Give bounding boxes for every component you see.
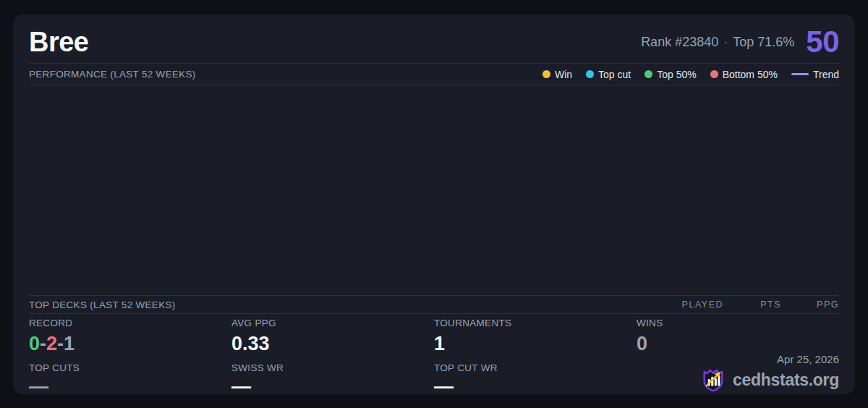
performance-title: PERFORMANCE (LAST 52 WEEKS) [29, 69, 196, 80]
legend-label: Bottom 50% [723, 69, 778, 80]
stat-label: WINS [637, 318, 839, 329]
stat-tournaments: TOURNAMENTS 1 [434, 318, 637, 357]
legend-item-bottom-50: Bottom 50% [710, 69, 778, 80]
rank-separator: · [723, 35, 728, 49]
card-date: Apr 25, 2026 [777, 353, 839, 365]
top-50-dot-icon [644, 70, 652, 78]
stat-label: RECORD [29, 318, 231, 329]
top-cut-wr-value: — [434, 375, 637, 397]
record-separator: - [57, 333, 64, 354]
win-dot-icon [542, 70, 550, 78]
stat-label: TOP CUTS [29, 362, 231, 374]
stats-column-1: RECORD 0-2-1 TOP CUTS — [29, 318, 231, 397]
rank-label: Rank #23840 [641, 35, 718, 49]
swiss-wr-value: — [231, 375, 434, 397]
stat-label: TOP CUT WR [434, 362, 637, 374]
stat-top-cut-wr: TOP CUT WR — [434, 362, 637, 397]
top-decks-section-header: TOP DECKS (LAST 52 WEEKS) PLAYED PTS PPG [29, 296, 839, 313]
record-draws: 1 [64, 333, 75, 354]
stat-label: AVG PPG [231, 318, 434, 329]
record-losses: 2 [46, 333, 57, 354]
column-header-played: PLAYED [665, 299, 723, 310]
page-title: Bree [29, 27, 89, 58]
card-header: Bree Rank #23840·Top 71.6% 50 [29, 23, 839, 61]
legend-label: Trend [813, 69, 839, 80]
header-right: Rank #23840·Top 71.6% 50 [641, 25, 839, 59]
stat-wins: WINS 0 [637, 318, 839, 357]
trend-line-icon [791, 73, 809, 75]
top-percent-label: Top 71.6% [733, 35, 794, 49]
legend-item-top-cut: Top cut [586, 69, 631, 80]
stat-record: RECORD 0-2-1 [29, 318, 231, 357]
stat-label: TOURNAMENTS [434, 318, 637, 329]
stat-avg-ppg: AVG PPG 0.33 [231, 318, 434, 357]
record-value: 0-2-1 [29, 331, 231, 357]
top-decks-title: TOP DECKS (LAST 52 WEEKS) [29, 299, 176, 310]
brand-name: cedhstats.org [733, 370, 839, 390]
top-cuts-value: — [29, 375, 231, 397]
bottom-50-dot-icon [710, 70, 718, 78]
column-header-ppg: PPG [781, 299, 839, 310]
stats-column-3: TOURNAMENTS 1 TOP CUT WR — [434, 318, 637, 397]
legend-item-top-50: Top 50% [644, 69, 696, 80]
player-stats-card: Bree Rank #23840·Top 71.6% 50 PERFORMANC… [13, 14, 855, 394]
column-header-pts: PTS [723, 299, 781, 310]
brand: cedhstats.org [699, 366, 839, 394]
cedhstats-shield-logo-icon [699, 366, 727, 394]
top-cut-dot-icon [586, 70, 594, 78]
performance-section-header: PERFORMANCE (LAST 52 WEEKS) Win Top cut … [29, 64, 839, 85]
legend-label: Top cut [598, 69, 631, 80]
chart-legend: Win Top cut Top 50% Bottom 50% Trend [542, 69, 839, 80]
legend-label: Win [555, 69, 572, 80]
record-wins: 0 [29, 333, 40, 354]
stats-column-2: AVG PPG 0.33 SWISS WR — [231, 318, 434, 397]
stat-top-cuts: TOP CUTS — [29, 362, 231, 397]
top-decks-column-headers: PLAYED PTS PPG [665, 299, 839, 310]
stat-swiss-wr: SWISS WR — [231, 362, 434, 397]
legend-item-trend: Trend [791, 69, 839, 80]
record-separator: - [40, 333, 46, 354]
score-value: 50 [806, 25, 839, 59]
legend-item-win: Win [542, 69, 572, 80]
legend-label: Top 50% [657, 69, 696, 80]
avg-ppg-value: 0.33 [231, 331, 434, 357]
divider [29, 313, 839, 314]
stat-label: SWISS WR [231, 362, 434, 374]
rank-text: Rank #23840·Top 71.6% [641, 35, 794, 50]
performance-chart [29, 85, 839, 295]
tournaments-value: 1 [434, 331, 637, 357]
